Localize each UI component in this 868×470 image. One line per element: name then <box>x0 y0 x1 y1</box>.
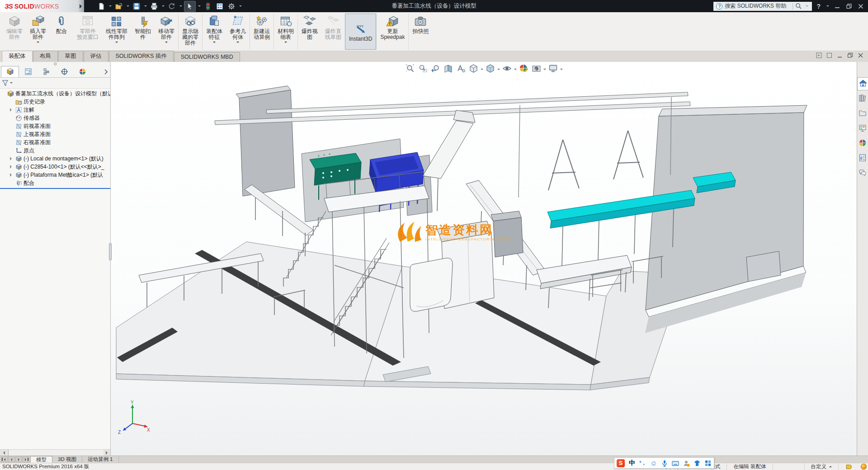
display-manager-tab[interactable] <box>73 66 91 77</box>
expand-arrow-icon[interactable] <box>10 165 14 169</box>
expand-arrow-icon[interactable] <box>10 141 14 144</box>
update-speedpak-button[interactable]: 更新 Speedpak <box>376 14 408 50</box>
expand-arrow-icon[interactable] <box>10 173 14 177</box>
tree-history[interactable]: 历史记录 <box>0 98 110 106</box>
sogou-logo-icon[interactable]: S <box>617 459 625 467</box>
tab-evaluate[interactable]: 评估 <box>84 51 108 62</box>
taskpane-custom-properties[interactable] <box>857 152 868 165</box>
window-back-icon[interactable] <box>816 52 822 58</box>
tab-motion-study-1[interactable]: 运动算例 1 <box>82 456 119 463</box>
tree-top-plane[interactable]: 上视基准面 <box>0 130 110 138</box>
assembly-features-button[interactable]: 装配体 特征 <box>202 14 226 50</box>
component-preview-button[interactable]: 零部件 预览窗口 <box>73 14 102 50</box>
annotation-view-button[interactable] <box>455 63 467 75</box>
zoom-fit-button[interactable] <box>404 63 416 75</box>
tag-button[interactable] <box>838 463 858 470</box>
taskpane-design-library[interactable] <box>857 92 868 105</box>
tab-model[interactable]: 模型 <box>30 456 52 463</box>
dimxpert-manager-tab[interactable] <box>55 66 73 77</box>
last-tab-button[interactable] <box>23 456 29 462</box>
minimize-button[interactable] <box>835 4 840 9</box>
property-manager-tab[interactable] <box>19 66 37 77</box>
tree-origin[interactable]: 原点 <box>0 146 110 155</box>
scroll-left-button[interactable] <box>0 450 7 456</box>
display-style-button[interactable] <box>484 63 496 75</box>
search-input[interactable]: ? 搜索 SOLIDWORKS 帮助 <box>713 2 812 11</box>
ime-language-toggle[interactable]: 中 <box>628 459 636 467</box>
view-settings-button[interactable] <box>547 63 559 75</box>
taskpane-view-palette[interactable] <box>857 122 868 135</box>
menu-expand-button[interactable] <box>78 0 84 12</box>
tree-front-plane[interactable]: 前视基准面 <box>0 122 110 130</box>
expand-arrow-icon[interactable] <box>10 149 14 152</box>
search-icon[interactable] <box>795 3 802 9</box>
ime-voice-button[interactable] <box>661 459 668 467</box>
exploded-view-button[interactable]: 爆炸视 图 <box>297 14 321 50</box>
restore-button[interactable] <box>846 4 852 9</box>
filter-funnel-icon[interactable] <box>2 80 9 86</box>
options-button[interactable] <box>226 1 237 11</box>
taskpane-forum[interactable] <box>857 167 868 180</box>
linear-pattern-button[interactable]: 线性零部 件阵列 <box>102 14 131 50</box>
tab-3d-views[interactable]: 3D 视图 <box>52 456 82 463</box>
rollback-bar[interactable] <box>0 188 110 189</box>
ime-emoji-button[interactable]: ☺ <box>650 459 657 467</box>
show-hidden-components-button[interactable]: 显示隐 藏的零 部件 <box>178 14 202 50</box>
tab-sketch[interactable]: 草图 <box>58 51 83 62</box>
new-file-button[interactable] <box>96 1 107 11</box>
instant3d-button[interactable]: Instant3D <box>345 14 376 50</box>
tab-solidworks-mbd[interactable]: SOLIDWORKS MBD <box>174 52 240 62</box>
smart-fasteners-button[interactable]: 智能扣 件 <box>131 14 155 50</box>
close-button[interactable] <box>858 4 863 9</box>
tree-component-plataforma-metalica[interactable]: (-) Plataforma Met醠ica<1> (默认 <box>0 171 110 179</box>
feature-manager-tab[interactable] <box>1 66 19 77</box>
hide-show-items-button[interactable] <box>501 63 513 75</box>
undo-button[interactable] <box>166 1 177 11</box>
previous-view-button[interactable] <box>429 63 442 75</box>
tree-root[interactable]: 番薯加工流水线（设备）设计模型（默认 <box>0 89 110 98</box>
first-tab-button[interactable] <box>1 456 8 462</box>
panel-grip[interactable] <box>0 62 110 66</box>
previous-tab-button[interactable] <box>8 456 15 462</box>
bill-of-materials-button[interactable]: 材料明 细表 <box>274 14 297 50</box>
help-button[interactable]: ? <box>816 3 821 10</box>
filter-dropdown[interactable] <box>10 82 13 85</box>
expand-arrow-icon[interactable] <box>2 92 6 95</box>
tree-annotations[interactable]: 注解 <box>0 106 110 114</box>
explode-line-sketch-button[interactable]: 爆炸直 线草图 <box>321 14 345 50</box>
ime-skin-button[interactable] <box>693 459 701 467</box>
panel-tabs-overflow-chevron[interactable] <box>102 66 109 77</box>
tab-solidworks-addins[interactable]: SOLIDWORKS 插件 <box>109 51 174 62</box>
taskpane-appearances[interactable] <box>857 137 868 150</box>
expand-arrow-icon[interactable] <box>10 157 14 160</box>
tree-component-c2854-100[interactable]: (-) C2854-100<1> (默认<<默认>_ <box>0 163 110 171</box>
tree-mates[interactable]: 配合 <box>0 179 110 187</box>
tab-layout[interactable]: 布局 <box>33 51 58 62</box>
select-tool-button[interactable] <box>184 1 196 12</box>
rebuild-button[interactable] <box>203 1 213 11</box>
customize-button[interactable]: 自定义 <box>804 463 839 470</box>
edit-appearance-button[interactable] <box>518 63 530 75</box>
panel-horizontal-scrollbar[interactable] <box>0 449 110 456</box>
open-file-button[interactable] <box>113 1 124 11</box>
window-float-icon[interactable] <box>826 52 832 58</box>
configuration-manager-tab[interactable] <box>37 66 55 77</box>
scrollbar-thumb[interactable] <box>8 449 9 456</box>
expand-arrow-icon[interactable] <box>10 116 14 120</box>
print-button[interactable] <box>149 1 160 11</box>
tree-right-plane[interactable]: 右视基准面 <box>0 138 110 146</box>
reference-geometry-button[interactable]: 参考几 何体 <box>226 14 250 50</box>
move-component-button[interactable]: 移动零 部件 <box>155 14 178 50</box>
tree-component-local-de-montagem[interactable]: (-) Local de montagem<1> (默认) <box>0 155 110 163</box>
expand-arrow-icon[interactable] <box>10 181 14 185</box>
tab-assembly[interactable]: 装配体 <box>2 51 33 62</box>
tree-sensors[interactable]: 传感器 <box>0 114 110 122</box>
ime-account-icon[interactable] <box>683 459 690 467</box>
doc-restore-button[interactable] <box>847 52 853 58</box>
apply-scene-button[interactable] <box>530 63 542 75</box>
doc-minimize-button[interactable] <box>837 52 843 58</box>
view-orientation-button[interactable] <box>467 63 480 75</box>
section-view-button[interactable] <box>442 63 454 75</box>
expand-arrow-icon[interactable] <box>10 124 14 128</box>
scroll-right-button[interactable] <box>104 450 110 456</box>
